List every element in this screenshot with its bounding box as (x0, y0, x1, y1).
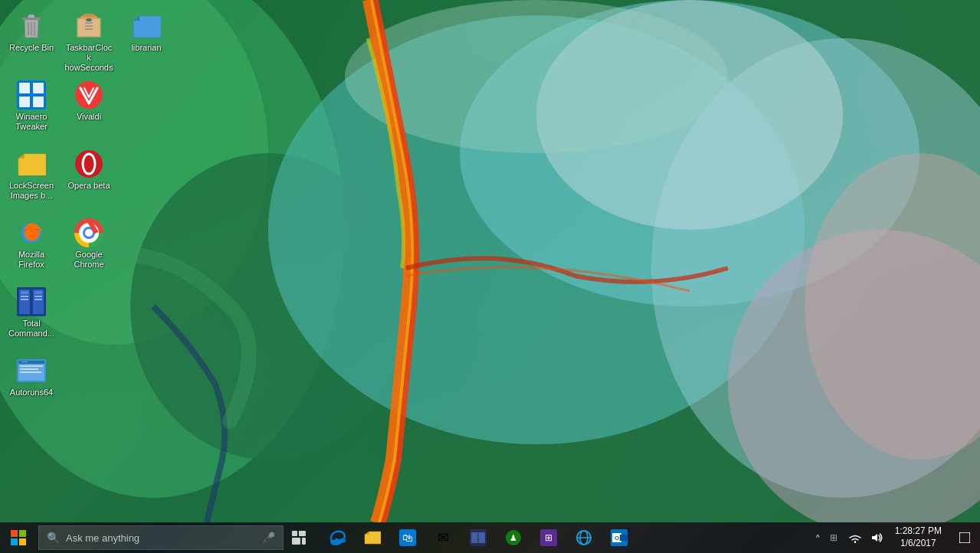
svg-rect-47 (20, 371, 41, 373)
chrome-label: Google Chrome (64, 250, 113, 270)
svg-rect-56 (302, 538, 306, 545)
windows-logo (11, 530, 26, 545)
explorer-button[interactable] (356, 522, 389, 553)
librarian-icon[interactable]: librarian (119, 8, 174, 77)
tray-icon-1[interactable]: ⊞ (823, 522, 844, 553)
opera-label: Opera beta (67, 181, 110, 191)
app2-button[interactable]: ♟ (497, 522, 530, 553)
librarian-label: librarian (131, 43, 161, 53)
totalcmd-label: Total Command... (7, 319, 56, 339)
clock-time: 1:28:27 PM (895, 525, 942, 538)
autoruns-image (16, 355, 47, 386)
svg-rect-23 (19, 97, 30, 107)
store-button[interactable]: 🛍 (391, 522, 424, 553)
firefox-label: Mozilla Firefox (7, 250, 56, 270)
svg-rect-54 (299, 531, 306, 536)
search-bar[interactable]: 🔍 Ask me anything 🎤 (38, 525, 284, 550)
mic-icon[interactable]: 🎤 (262, 532, 275, 544)
svg-rect-19 (87, 18, 91, 21)
winaero-icon[interactable]: Winaero Tweaker (4, 77, 59, 146)
lockscreen-label: LockScreen Images b... (7, 181, 56, 201)
taskbarclock-label: TaskbarClockhowSeconds (64, 43, 113, 74)
svg-rect-36 (21, 291, 28, 294)
tray-icon-volume[interactable] (866, 522, 887, 553)
desktop-icons-grid: Recycle Bin TaskbarClockhowSeconds (0, 4, 180, 425)
svg-rect-73 (959, 532, 970, 543)
app1-button[interactable] (461, 522, 495, 553)
autoruns-icon[interactable]: Autoruns64 (4, 352, 59, 421)
svg-rect-41 (34, 299, 42, 300)
lockscreen-icon[interactable]: LockScreen Images b... (4, 146, 59, 214)
svg-rect-37 (21, 296, 28, 297)
taskbar: 🔍 Ask me anything 🎤 (0, 522, 980, 553)
svg-rect-72 (620, 535, 627, 541)
svg-rect-24 (33, 97, 44, 107)
svg-rect-46 (20, 368, 38, 370)
chrome-icon[interactable]: Google Chrome (61, 214, 116, 283)
winaero-label: Winaero Tweaker (7, 112, 56, 132)
totalcmd-image (16, 286, 47, 317)
edge-button[interactable] (320, 522, 354, 553)
vivaldi-icon[interactable]: Vivaldi (61, 77, 116, 146)
recycle-bin-icon[interactable]: Recycle Bin (4, 8, 59, 77)
lockscreen-image (16, 149, 47, 179)
recycle-bin-image (16, 11, 47, 41)
task-view-icon (292, 531, 306, 545)
taskbar-pinned: 🛍 ✉ ♟ ⊞ (320, 522, 636, 553)
svg-point-32 (85, 229, 93, 237)
chrome-image (74, 218, 104, 248)
svg-rect-38 (21, 299, 28, 300)
firefox-icon[interactable]: Mozilla Firefox (4, 214, 59, 283)
tray-expand-button[interactable]: ^ (813, 534, 823, 542)
svg-rect-53 (292, 531, 297, 536)
app3-button[interactable]: ⊞ (532, 522, 565, 553)
svg-rect-40 (34, 296, 42, 297)
totalcmd-icon[interactable]: Total Command... (4, 283, 59, 352)
opera-image (74, 149, 104, 179)
winaero-image (16, 80, 47, 110)
taskbarclock-icon[interactable]: TaskbarClockhowSeconds (61, 8, 116, 77)
svg-rect-22 (33, 83, 44, 93)
notification-button[interactable] (949, 522, 980, 553)
svg-text:O: O (615, 535, 619, 542)
taskbarclock-image (74, 11, 104, 41)
svg-rect-49 (11, 530, 18, 537)
svg-rect-52 (19, 538, 26, 545)
svg-rect-51 (11, 538, 18, 545)
svg-point-25 (75, 81, 103, 109)
tray-icon-network[interactable] (844, 522, 866, 553)
vivaldi-label: Vivaldi (77, 112, 101, 122)
autoruns-label: Autoruns64 (10, 388, 53, 398)
outlook-button[interactable]: O (602, 522, 636, 553)
clock[interactable]: 1:28:27 PM 1/6/2017 (887, 522, 949, 553)
vivaldi-image (74, 80, 104, 110)
svg-text:♟: ♟ (510, 533, 517, 542)
svg-rect-11 (22, 18, 41, 20)
firefox-image (16, 218, 47, 248)
svg-text:⊞: ⊞ (545, 532, 552, 543)
svg-rect-55 (292, 538, 300, 545)
svg-rect-21 (19, 83, 30, 93)
task-view-button[interactable] (284, 522, 314, 553)
svg-rect-48 (21, 362, 28, 362)
librarian-image (131, 11, 162, 41)
clock-date: 1/6/2017 (900, 538, 936, 550)
svg-text:🛍: 🛍 (402, 532, 413, 544)
ie-button[interactable] (567, 522, 601, 553)
search-placeholder: Ask me anything (66, 532, 139, 544)
svg-rect-45 (20, 365, 43, 367)
mail-button[interactable]: ✉ (426, 522, 460, 553)
opera-icon[interactable]: Opera beta (61, 146, 116, 214)
desktop: Recycle Bin TaskbarClockhowSeconds (0, 0, 980, 553)
svg-rect-50 (19, 530, 26, 537)
svg-rect-39 (34, 291, 42, 294)
system-tray: ^ ⊞ 1:28:27 PM 1/6/2017 (813, 522, 980, 553)
start-button[interactable] (0, 522, 37, 553)
recycle-bin-label: Recycle Bin (9, 43, 54, 53)
search-icon: 🔍 (47, 532, 60, 544)
